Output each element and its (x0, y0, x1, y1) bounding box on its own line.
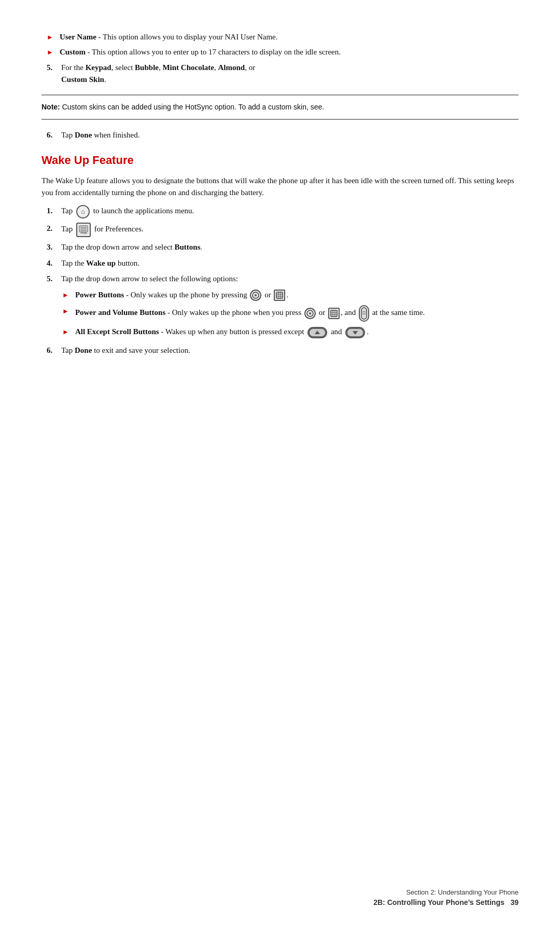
keypad-label: Keypad (86, 63, 111, 72)
scroll-down-svg (346, 328, 364, 337)
step4: 4. Tap the Wake up button. (41, 257, 519, 269)
footer-line1: Section 2: Understanding Your Phone (373, 887, 519, 898)
note-box: Note: Custom skins can be added using th… (41, 94, 519, 120)
bullet-text: User Name - This option allows you to di… (60, 31, 519, 43)
step5: 5. Tap the drop down arrow to select the… (41, 273, 519, 285)
option3: Almond (218, 63, 245, 72)
step3: 3. Tap the drop down arrow and select Bu… (41, 241, 519, 253)
bullet-text: Power Buttons - Only wakes up the phone … (75, 289, 519, 301)
volume-svg (360, 307, 368, 320)
done-final-label: Done (75, 346, 92, 354)
step-content: Tap the drop down arrow and select Butto… (61, 241, 519, 253)
step-content: Tap Prefs for Preferences. (61, 223, 519, 237)
apps-icon (76, 205, 90, 218)
prefs-svg: Prefs (79, 225, 88, 235)
list-item: ► User Name - This option allows you to … (41, 31, 519, 43)
intro-paragraph: The Wake Up feature allows you to design… (41, 175, 519, 199)
step-content: Tap to launch the applications menu. (61, 205, 519, 218)
step-content: Tap Done to exit and save your selection… (61, 345, 519, 356)
prefs-icon: Prefs (76, 223, 91, 237)
scroll-up-svg (309, 328, 326, 337)
step-content: For the Keypad, select Bubble, Mint Choc… (61, 62, 519, 85)
grid-btn-icon (328, 308, 340, 319)
option1: Bubble (135, 63, 159, 72)
top-bullet-list: ► User Name - This option allows you to … (41, 31, 519, 58)
wake-up-label: Wake up (86, 259, 116, 267)
svg-rect-14 (331, 310, 337, 317)
step-number: 3. (47, 241, 61, 253)
bullet-arrow-icon: ► (62, 290, 69, 300)
option4: Custom Skin (61, 75, 104, 84)
grid-btn-icon (274, 290, 285, 301)
bullet-label: Custom (60, 48, 86, 56)
step-number: 5. (47, 273, 61, 285)
step-content: Tap the Wake up button. (61, 257, 519, 269)
option-label: Power Buttons (75, 291, 124, 299)
bullet-arrow-icon: ► (47, 47, 53, 58)
step2: 2. Tap Prefs for Preferences. (41, 223, 519, 237)
svg-rect-7 (276, 292, 283, 298)
bullet-arrow-icon: ► (47, 32, 53, 43)
step-number: 4. (47, 257, 61, 269)
list-item: ► Power Buttons - Only wakes up the phon… (57, 289, 519, 301)
done-label: Done (75, 131, 92, 139)
scroll-down-icon (345, 327, 365, 338)
power-btn-svg (252, 292, 259, 299)
section-title: Wake Up Feature (41, 152, 519, 169)
volume-icon (359, 305, 369, 322)
power-btn-svg2 (306, 310, 314, 317)
bullet-arrow-icon: ► (62, 327, 69, 337)
svg-rect-19 (361, 308, 367, 319)
footer-line2: 2B: Controlling Your Phone’s Settings 39 (373, 897, 519, 908)
option-label: All Except Scroll Buttons (75, 327, 159, 336)
options-bullet-list: ► Power Buttons - Only wakes up the phon… (57, 289, 519, 338)
grid-btn-svg2 (330, 310, 338, 317)
list-item: ► All Except Scroll Buttons - Wakes up w… (57, 326, 519, 338)
svg-text:Prefs: Prefs (81, 231, 87, 235)
bullet-text: All Except Scroll Buttons - Wakes up whe… (75, 326, 519, 338)
option-label: Power and Volume Buttons (75, 309, 165, 317)
step-content: Tap the drop down arrow to select the fo… (61, 273, 519, 285)
footer: Section 2: Understanding Your Phone 2B: … (373, 887, 519, 909)
step-number: 1. (47, 205, 61, 217)
buttons-label: Buttons (174, 243, 200, 251)
step-number: 5. (47, 62, 61, 74)
grid-btn-svg (276, 292, 283, 299)
step1: 1. Tap to launch the applications menu. (41, 205, 519, 218)
bullet-arrow-icon: ► (62, 306, 69, 317)
bullet-label: User Name (60, 33, 96, 41)
power-btn-icon (304, 308, 316, 319)
list-item: ► Custom - This option allows you to ent… (41, 46, 519, 58)
bullet-text: Power and Volume Buttons - Only wakes up… (75, 305, 519, 322)
step-content: Tap Done when finished. (61, 129, 519, 141)
list-item: ► Power and Volume Buttons - Only wakes … (57, 305, 519, 322)
power-btn-icon (250, 290, 261, 301)
step5-keypad: 5. For the Keypad, select Bubble, Mint C… (41, 62, 519, 85)
step-number: 6. (47, 345, 61, 356)
note-label: Note: (41, 103, 60, 111)
svg-point-6 (255, 294, 257, 296)
bullet-text: Custom - This option allows you to enter… (60, 46, 519, 58)
step6-done: 6. Tap Done when finished. (41, 129, 519, 141)
scroll-up-icon (307, 327, 327, 338)
option2: Mint Chocolate (162, 63, 214, 72)
step-number: 2. (47, 223, 61, 235)
svg-point-13 (309, 312, 311, 314)
step-number: 6. (47, 129, 61, 141)
note-text: Custom skins can be added using the HotS… (60, 103, 324, 111)
step6-final: 6. Tap Done to exit and save your select… (41, 345, 519, 356)
